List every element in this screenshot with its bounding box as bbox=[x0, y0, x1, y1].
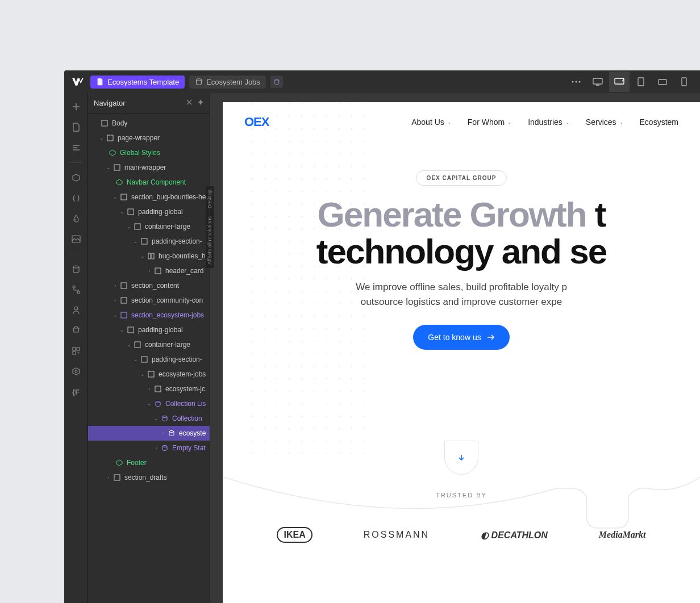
brand-mediamarkt: MediaMarkt bbox=[599, 530, 646, 540]
chevron-down-icon: ⌄ bbox=[619, 119, 624, 125]
desktop-large-button[interactable] bbox=[588, 72, 608, 92]
pin-icon[interactable] bbox=[197, 99, 204, 107]
hero-section: OEX CAPITAL GROUP Generate Growth t tech… bbox=[223, 142, 700, 543]
svg-rect-5 bbox=[593, 78, 602, 84]
svg-point-14 bbox=[77, 291, 80, 294]
svg-rect-26 bbox=[141, 238, 147, 244]
tree-node-footer[interactable]: Footer bbox=[88, 455, 210, 470]
arrow-right-icon bbox=[487, 334, 495, 340]
svg-rect-36 bbox=[148, 371, 154, 377]
nav-forwhom[interactable]: For Whom⌄ bbox=[468, 118, 512, 127]
tree-node-padding-section-1[interactable]: ⌄padding-section- bbox=[88, 234, 210, 249]
nav-ecosystem[interactable]: Ecosystem bbox=[640, 118, 678, 127]
users-button[interactable] bbox=[67, 301, 85, 319]
svg-rect-16 bbox=[73, 347, 76, 350]
webflow-logo-icon[interactable] bbox=[70, 74, 86, 90]
svg-point-10 bbox=[74, 219, 76, 220]
svg-rect-8 bbox=[659, 79, 666, 85]
settings-button[interactable] bbox=[67, 362, 85, 380]
trusted-label: TRUSTED BY bbox=[223, 492, 700, 499]
collapse-icon[interactable] bbox=[186, 99, 193, 107]
tree-node-section-ecosystem-jobs[interactable]: ⌄section_ecosystem-jobs bbox=[88, 308, 210, 323]
svg-point-13 bbox=[73, 286, 75, 288]
tree-node-padding-section-2[interactable]: ⌄padding-section- bbox=[88, 352, 210, 367]
brand-decathlon: ◐ DECATHLON bbox=[481, 530, 548, 541]
tree-node-container-large-1[interactable]: ⌄container-large bbox=[88, 219, 210, 234]
tab-extra-button[interactable] bbox=[270, 76, 283, 88]
svg-rect-27 bbox=[148, 253, 151, 259]
nav-industries[interactable]: Industries⌄ bbox=[528, 118, 570, 127]
tree-node-ecosystem-jobs[interactable]: ⌄ecosystem-jobs bbox=[88, 367, 210, 382]
breakpoint-indicator[interactable]: Affects all resolutions — Desktop bbox=[206, 186, 214, 268]
logic-button[interactable] bbox=[67, 280, 85, 299]
arrow-down-icon bbox=[457, 454, 465, 462]
nav-about[interactable]: About Us⌄ bbox=[411, 118, 452, 127]
nav-services[interactable]: Services⌄ bbox=[586, 118, 624, 127]
tab-ecosystems-template[interactable]: Ecosystems Template bbox=[90, 76, 185, 89]
tree-node-empty-state[interactable]: ›Empty Stat bbox=[88, 441, 210, 455]
tree-node-container-large-2[interactable]: ⌄container-large bbox=[88, 337, 210, 352]
chevron-down-icon: ⌄ bbox=[565, 119, 570, 125]
top-bar: Ecosystems Template Ecosystem Jobs bbox=[64, 70, 700, 93]
tree-node-navbar-component[interactable]: Navbar Component bbox=[88, 175, 210, 190]
style-button[interactable] bbox=[67, 210, 85, 228]
tree-node-collection-list[interactable]: ⌄Collection Lis bbox=[88, 396, 210, 411]
tree-node-body[interactable]: Body bbox=[88, 116, 210, 131]
mobile-button[interactable] bbox=[674, 72, 694, 92]
brand-rossmann: ROSSMANN bbox=[364, 530, 430, 540]
tree-node-header-card[interactable]: ›header_card bbox=[88, 263, 210, 278]
tab-label: Ecosystem Jobs bbox=[206, 78, 260, 86]
pages-button[interactable] bbox=[67, 118, 85, 136]
tree-node-section-content[interactable]: ›section_content bbox=[88, 278, 210, 293]
tab-label: Ecosystems Template bbox=[107, 78, 179, 86]
variables-button[interactable] bbox=[67, 189, 85, 207]
navigator-header: Navigator bbox=[88, 93, 210, 114]
svg-point-0 bbox=[197, 79, 202, 81]
hero-subtext: We improve offline sales, build profitab… bbox=[223, 280, 700, 309]
tree-node-ecosyste-selected[interactable]: ›ecosyste bbox=[88, 426, 210, 441]
tree-node-collection[interactable]: ⌄Collection bbox=[88, 411, 210, 426]
svg-rect-28 bbox=[152, 253, 154, 259]
tree-node-padding-global-1[interactable]: ⌄padding-global bbox=[88, 204, 210, 219]
tree-node-section-drafts[interactable]: ›section_drafts bbox=[88, 470, 210, 485]
finsweet-button[interactable]: {F bbox=[67, 383, 85, 401]
svg-point-3 bbox=[576, 81, 577, 83]
svg-rect-20 bbox=[102, 120, 107, 126]
hero-badge: OEX CAPITAL GROUP bbox=[416, 170, 507, 186]
svg-point-15 bbox=[74, 307, 78, 310]
tree-node-main-wrapper[interactable]: ⌄main-wrapper bbox=[88, 160, 210, 175]
navigator-button[interactable] bbox=[67, 139, 85, 157]
svg-rect-35 bbox=[141, 357, 147, 362]
apps-button[interactable] bbox=[67, 342, 85, 360]
navigator-panel: Navigator Body ⌄page-wrapper Global Styl… bbox=[88, 93, 210, 603]
mobile-landscape-button[interactable] bbox=[652, 72, 673, 92]
tab-ecosystem-jobs[interactable]: Ecosystem Jobs bbox=[189, 76, 266, 89]
tree-node-padding-global-2[interactable]: ⌄padding-global bbox=[88, 323, 210, 337]
brand-ikea: IKEA bbox=[277, 527, 312, 543]
svg-point-4 bbox=[579, 81, 581, 83]
scroll-down-button[interactable] bbox=[444, 441, 478, 475]
cta-button[interactable]: Get to know us bbox=[413, 325, 509, 350]
svg-point-40 bbox=[169, 431, 174, 433]
svg-point-41 bbox=[163, 446, 167, 447]
svg-rect-32 bbox=[121, 312, 127, 318]
tree-node-ecosystem-jc[interactable]: ›ecosystem-jc bbox=[88, 382, 210, 396]
ecommerce-button[interactable] bbox=[67, 321, 85, 340]
svg-rect-37 bbox=[155, 386, 161, 392]
add-element-button[interactable] bbox=[67, 98, 85, 116]
components-button[interactable] bbox=[67, 169, 85, 187]
tree-node-section-community[interactable]: ›section_community-con bbox=[88, 293, 210, 308]
svg-point-12 bbox=[73, 266, 79, 268]
desktop-button[interactable] bbox=[609, 72, 630, 92]
tree-node-page-wrapper[interactable]: ⌄page-wrapper bbox=[88, 131, 210, 145]
tree-node-global-styles[interactable]: Global Styles bbox=[88, 145, 210, 160]
tree-node-section-bug[interactable]: ⌄section_bug-bounties-he bbox=[88, 190, 210, 204]
cms-button[interactable] bbox=[67, 260, 85, 278]
database-icon bbox=[273, 78, 280, 85]
tree-node-bug-bounties-h[interactable]: ⌄bug-bounties_h bbox=[88, 249, 210, 263]
canvas-preview[interactable]: OEX About Us⌄ For Whom⌄ Industries⌄ Serv… bbox=[223, 102, 700, 603]
tablet-button[interactable] bbox=[631, 72, 651, 92]
hero-heading: Generate Growth t technology and se bbox=[223, 196, 700, 270]
assets-button[interactable] bbox=[67, 230, 85, 248]
more-button[interactable] bbox=[566, 72, 586, 92]
